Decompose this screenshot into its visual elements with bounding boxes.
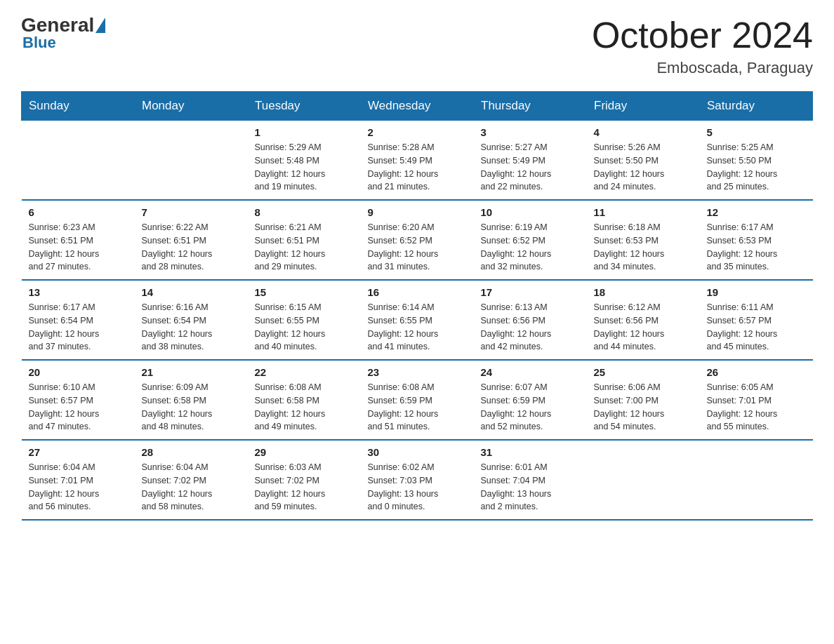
calendar-cell: 22Sunrise: 6:08 AMSunset: 6:58 PMDayligh… (248, 360, 361, 440)
day-info: Sunrise: 6:17 AMSunset: 6:53 PMDaylight:… (707, 221, 806, 274)
day-number: 22 (255, 366, 354, 378)
day-number: 5 (707, 126, 806, 138)
calendar-cell: 18Sunrise: 6:12 AMSunset: 6:56 PMDayligh… (587, 280, 700, 360)
calendar-cell: 3Sunrise: 5:27 AMSunset: 5:49 PMDaylight… (474, 121, 587, 201)
day-number: 30 (368, 446, 467, 458)
day-number: 11 (594, 206, 693, 218)
calendar-cell: 25Sunrise: 6:06 AMSunset: 7:00 PMDayligh… (587, 360, 700, 440)
title-block: October 2024 Emboscada, Paraguay (592, 14, 813, 77)
day-number: 17 (481, 286, 580, 298)
week-row-2: 13Sunrise: 6:17 AMSunset: 6:54 PMDayligh… (22, 280, 813, 360)
calendar-table: SundayMondayTuesdayWednesdayThursdayFrid… (21, 91, 813, 521)
calendar-cell: 12Sunrise: 6:17 AMSunset: 6:53 PMDayligh… (700, 200, 813, 280)
day-number: 24 (481, 366, 580, 378)
logo: General Blue (21, 14, 107, 52)
day-number: 16 (368, 286, 467, 298)
header-friday: Friday (587, 92, 700, 121)
day-info: Sunrise: 5:26 AMSunset: 5:50 PMDaylight:… (594, 141, 693, 194)
day-number: 12 (707, 206, 806, 218)
day-info: Sunrise: 5:28 AMSunset: 5:49 PMDaylight:… (368, 141, 467, 194)
day-info: Sunrise: 5:25 AMSunset: 5:50 PMDaylight:… (707, 141, 806, 194)
day-number: 8 (255, 206, 354, 218)
day-info: Sunrise: 6:06 AMSunset: 7:00 PMDaylight:… (594, 381, 693, 434)
day-info: Sunrise: 6:21 AMSunset: 6:51 PMDaylight:… (255, 221, 354, 274)
day-info: Sunrise: 6:17 AMSunset: 6:54 PMDaylight:… (29, 301, 128, 354)
calendar-cell: 8Sunrise: 6:21 AMSunset: 6:51 PMDaylight… (248, 200, 361, 280)
logo-blue: Blue (22, 34, 56, 52)
calendar-cell: 16Sunrise: 6:14 AMSunset: 6:55 PMDayligh… (361, 280, 474, 360)
day-info: Sunrise: 6:19 AMSunset: 6:52 PMDaylight:… (481, 221, 580, 274)
calendar-cell (587, 440, 700, 520)
day-number: 27 (29, 446, 128, 458)
week-row-4: 27Sunrise: 6:04 AMSunset: 7:01 PMDayligh… (22, 440, 813, 520)
day-info: Sunrise: 6:08 AMSunset: 6:59 PMDaylight:… (368, 381, 467, 434)
day-number: 2 (368, 126, 467, 138)
day-number: 7 (142, 206, 241, 218)
calendar-cell: 7Sunrise: 6:22 AMSunset: 6:51 PMDaylight… (135, 200, 248, 280)
week-row-3: 20Sunrise: 6:10 AMSunset: 6:57 PMDayligh… (22, 360, 813, 440)
calendar-cell (22, 121, 135, 201)
header-monday: Monday (135, 92, 248, 121)
week-row-0: 1Sunrise: 5:29 AMSunset: 5:48 PMDaylight… (22, 121, 813, 201)
day-info: Sunrise: 6:08 AMSunset: 6:58 PMDaylight:… (255, 381, 354, 434)
calendar-cell: 10Sunrise: 6:19 AMSunset: 6:52 PMDayligh… (474, 200, 587, 280)
day-info: Sunrise: 6:01 AMSunset: 7:04 PMDaylight:… (481, 461, 580, 514)
calendar-cell: 19Sunrise: 6:11 AMSunset: 6:57 PMDayligh… (700, 280, 813, 360)
day-number: 18 (594, 286, 693, 298)
logo-triangle-icon (95, 18, 105, 33)
calendar-cell (135, 121, 248, 201)
calendar-cell: 1Sunrise: 5:29 AMSunset: 5:48 PMDaylight… (248, 121, 361, 201)
day-number: 9 (368, 206, 467, 218)
calendar-cell: 2Sunrise: 5:28 AMSunset: 5:49 PMDaylight… (361, 121, 474, 201)
day-number: 28 (142, 446, 241, 458)
day-info: Sunrise: 6:16 AMSunset: 6:54 PMDaylight:… (142, 301, 241, 354)
calendar-header-row: SundayMondayTuesdayWednesdayThursdayFrid… (22, 92, 813, 121)
calendar-cell: 17Sunrise: 6:13 AMSunset: 6:56 PMDayligh… (474, 280, 587, 360)
day-info: Sunrise: 6:23 AMSunset: 6:51 PMDaylight:… (29, 221, 128, 274)
day-info: Sunrise: 6:11 AMSunset: 6:57 PMDaylight:… (707, 301, 806, 354)
day-info: Sunrise: 6:07 AMSunset: 6:59 PMDaylight:… (481, 381, 580, 434)
day-number: 3 (481, 126, 580, 138)
calendar-cell: 21Sunrise: 6:09 AMSunset: 6:58 PMDayligh… (135, 360, 248, 440)
calendar-cell: 4Sunrise: 5:26 AMSunset: 5:50 PMDaylight… (587, 121, 700, 201)
day-info: Sunrise: 6:04 AMSunset: 7:02 PMDaylight:… (142, 461, 241, 514)
calendar-cell: 30Sunrise: 6:02 AMSunset: 7:03 PMDayligh… (361, 440, 474, 520)
day-info: Sunrise: 6:20 AMSunset: 6:52 PMDaylight:… (368, 221, 467, 274)
day-number: 29 (255, 446, 354, 458)
calendar-cell: 9Sunrise: 6:20 AMSunset: 6:52 PMDaylight… (361, 200, 474, 280)
page-header: General Blue October 2024 Emboscada, Par… (21, 14, 813, 77)
header-thursday: Thursday (474, 92, 587, 121)
calendar-cell: 14Sunrise: 6:16 AMSunset: 6:54 PMDayligh… (135, 280, 248, 360)
calendar-cell: 6Sunrise: 6:23 AMSunset: 6:51 PMDaylight… (22, 200, 135, 280)
header-sunday: Sunday (22, 92, 135, 121)
day-info: Sunrise: 6:13 AMSunset: 6:56 PMDaylight:… (481, 301, 580, 354)
day-info: Sunrise: 6:10 AMSunset: 6:57 PMDaylight:… (29, 381, 128, 434)
calendar-cell: 31Sunrise: 6:01 AMSunset: 7:04 PMDayligh… (474, 440, 587, 520)
calendar-cell: 28Sunrise: 6:04 AMSunset: 7:02 PMDayligh… (135, 440, 248, 520)
day-number: 4 (594, 126, 693, 138)
day-info: Sunrise: 6:04 AMSunset: 7:01 PMDaylight:… (29, 461, 128, 514)
day-number: 15 (255, 286, 354, 298)
day-info: Sunrise: 6:05 AMSunset: 7:01 PMDaylight:… (707, 381, 806, 434)
day-number: 25 (594, 366, 693, 378)
day-number: 19 (707, 286, 806, 298)
day-number: 13 (29, 286, 128, 298)
calendar-cell: 13Sunrise: 6:17 AMSunset: 6:54 PMDayligh… (22, 280, 135, 360)
day-number: 26 (707, 366, 806, 378)
calendar-cell: 29Sunrise: 6:03 AMSunset: 7:02 PMDayligh… (248, 440, 361, 520)
day-info: Sunrise: 6:12 AMSunset: 6:56 PMDaylight:… (594, 301, 693, 354)
day-number: 6 (29, 206, 128, 218)
location-title: Emboscada, Paraguay (592, 59, 813, 77)
header-wednesday: Wednesday (361, 92, 474, 121)
day-info: Sunrise: 6:18 AMSunset: 6:53 PMDaylight:… (594, 221, 693, 274)
day-info: Sunrise: 6:14 AMSunset: 6:55 PMDaylight:… (368, 301, 467, 354)
day-number: 20 (29, 366, 128, 378)
day-number: 23 (368, 366, 467, 378)
header-tuesday: Tuesday (248, 92, 361, 121)
month-title: October 2024 (592, 14, 813, 56)
day-info: Sunrise: 6:15 AMSunset: 6:55 PMDaylight:… (255, 301, 354, 354)
day-info: Sunrise: 5:27 AMSunset: 5:49 PMDaylight:… (481, 141, 580, 194)
day-number: 14 (142, 286, 241, 298)
calendar-cell: 27Sunrise: 6:04 AMSunset: 7:01 PMDayligh… (22, 440, 135, 520)
calendar-cell: 5Sunrise: 5:25 AMSunset: 5:50 PMDaylight… (700, 121, 813, 201)
